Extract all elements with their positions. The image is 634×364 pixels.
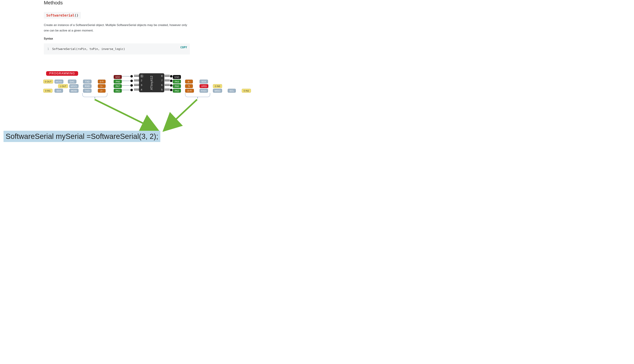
function-name: SoftwareSerial xyxy=(46,13,74,17)
chip-pin-num: 2 xyxy=(141,79,142,82)
pin-label: UPDI xyxy=(199,84,208,88)
pin-label: PA6 xyxy=(114,80,122,84)
pin-label: PA2 xyxy=(173,89,181,93)
pin-label: 4~ xyxy=(185,80,193,84)
syntax-heading: Syntax xyxy=(44,37,190,40)
brace-right xyxy=(185,93,210,97)
chip-pin-num: 5 xyxy=(161,88,163,91)
pin-label: 5 xyxy=(185,84,193,88)
svg-line-1 xyxy=(164,100,197,131)
pin-label: 0 OUT xyxy=(43,80,53,84)
pin-label: RXD xyxy=(83,84,92,88)
syntax-codeblock: COPY 1SoftwareSerial(rxPin, txPin, inver… xyxy=(44,44,190,54)
pin-label: PA7 xyxy=(114,84,122,88)
programming-badge: PROGRAMMING xyxy=(46,71,78,76)
copy-button[interactable]: COPY xyxy=(180,46,187,49)
function-signature: SoftwareSerial() xyxy=(44,12,81,19)
pin-label: PA0 xyxy=(173,84,181,88)
vcc-label: VCC xyxy=(114,75,122,79)
pin-label: 0 IN2 xyxy=(242,89,251,93)
code-line-number: 1 xyxy=(47,47,49,50)
pin-label: PA1 xyxy=(114,89,122,93)
chip-name: ATtinyX12 xyxy=(150,76,153,90)
brace-left xyxy=(82,93,107,97)
code-line: SoftwareSerial(rxPin, txPin, inverse_log… xyxy=(52,47,125,50)
pin-label: 0 IN0 xyxy=(213,84,222,88)
pin-label: 0 ⊓ xyxy=(98,80,106,84)
doc-section: Methods SoftwareSerial() Create an insta… xyxy=(44,0,190,54)
chip-pin-num: 4 xyxy=(141,88,142,91)
pin-label: DAC xyxy=(68,80,76,84)
pin-label: 2~ xyxy=(98,89,106,93)
chip-pin-num: 6 xyxy=(161,84,163,86)
methods-heading: Methods xyxy=(44,0,190,6)
pin-label: TXD xyxy=(83,80,92,84)
pin-label: 1~ xyxy=(98,84,106,88)
pin-label: RXD1 xyxy=(199,89,208,93)
chip-pin-num: 8 xyxy=(161,74,163,77)
result-code-line: SoftwareSerial mySerial =SoftwareSerial(… xyxy=(4,131,160,142)
function-parens: () xyxy=(74,13,79,17)
pin-label: TXD1 xyxy=(83,89,92,93)
pin-label: SDA xyxy=(55,89,63,93)
pinout-diagram: PROGRAMMING VCC GND 1 ATtinyX12 2 3 4 8 … xyxy=(43,71,259,98)
svg-line-0 xyxy=(95,100,158,131)
pin-label: MOSI1 xyxy=(55,80,63,84)
pin-label: PA3 xyxy=(173,80,181,84)
pin-label: 0 IN1 xyxy=(43,89,53,93)
pin-label: SCK xyxy=(199,80,208,84)
gnd-label: GND xyxy=(173,75,181,79)
pin-label: MISO1 xyxy=(69,84,79,88)
pin-label: MOSI xyxy=(69,89,79,93)
pin-label: 1 OUT xyxy=(58,84,68,88)
chip-pin-num: 3 xyxy=(141,84,142,86)
pin-label: SCL xyxy=(228,89,236,93)
pin1-marker: 1 xyxy=(140,74,144,78)
pin-label: 3~⊓ xyxy=(185,89,194,93)
function-description: Create an instance of a SoftwareSerial o… xyxy=(44,22,190,33)
chip-pin-num: 7 xyxy=(161,79,163,82)
chip: 1 ATtinyX12 2 3 4 8 7 6 5 xyxy=(139,73,164,92)
pin-label: MISO xyxy=(213,89,222,93)
